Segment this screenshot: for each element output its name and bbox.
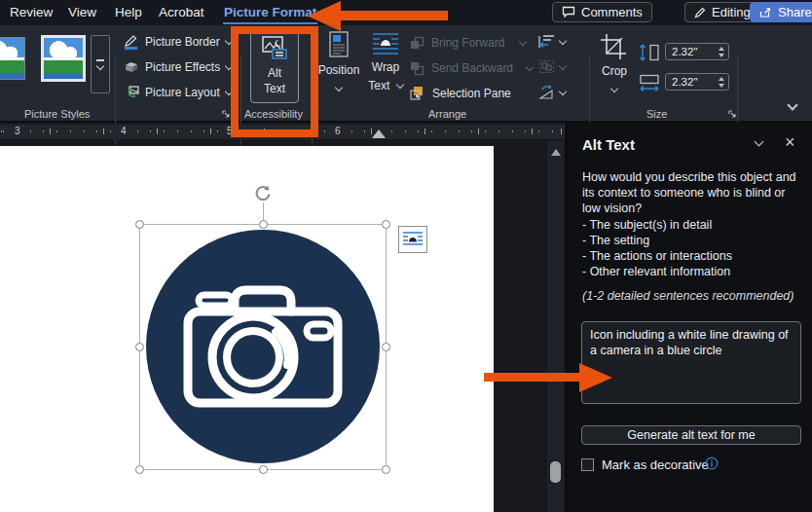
height-decrease-icon[interactable]	[719, 54, 724, 57]
comment-icon	[562, 6, 575, 18]
position-icon	[328, 31, 350, 58]
pane-close-icon[interactable]: ×	[785, 132, 795, 153]
send-backward-button[interactable]: Send Backward	[410, 59, 533, 77]
height-increase-icon[interactable]	[719, 47, 724, 51]
annotation-highlight-rectangle	[231, 26, 318, 137]
scrollbar-up-arrow-icon[interactable]	[551, 149, 561, 156]
width-decrease-icon[interactable]	[719, 84, 724, 88]
shape-width-icon	[639, 74, 660, 91]
picture-border-button[interactable]: Picture Border	[124, 33, 232, 51]
rotate-objects-icon	[538, 85, 555, 99]
picture-styles-group-label: Picture Styles	[24, 108, 90, 120]
size-group-label: Size	[646, 108, 667, 120]
pane-bullet-4: - Other relevant information	[582, 264, 804, 279]
rotate-chevron-icon	[559, 87, 567, 94]
picture-layout-label: Picture Layout	[145, 86, 220, 99]
width-increase-icon[interactable]	[719, 77, 724, 81]
selection-pane-button[interactable]: Selection Pane	[410, 85, 511, 102]
ribbon-collapse-chevron-icon[interactable]	[787, 99, 797, 110]
crop-chevron-icon	[610, 85, 618, 92]
bring-forward-icon	[410, 36, 424, 51]
rotate-handle-icon[interactable]	[253, 183, 273, 202]
group-button[interactable]	[538, 59, 566, 74]
ruler-mark-6: 6	[333, 126, 343, 136]
bring-forward-chevron-icon	[519, 38, 527, 46]
position-chevron-icon	[335, 84, 343, 91]
generate-alt-text-button[interactable]: Generate alt text for me	[581, 425, 801, 445]
decorative-info-icon[interactable]	[705, 457, 719, 470]
pane-collapse-chevron-icon[interactable]	[755, 137, 764, 147]
tab-acrobat[interactable]: Acrobat	[159, 5, 204, 19]
resize-handle-top-right[interactable]	[382, 220, 390, 229]
position-button[interactable]: Position	[317, 31, 360, 103]
resize-handle-top-center[interactable]	[259, 220, 268, 229]
resize-handle-bottom-left[interactable]	[135, 465, 144, 474]
height-spinner[interactable]: 2.32"	[665, 43, 729, 60]
picture-border-icon	[124, 34, 139, 50]
wrap-text-label-line1: Wrap	[364, 60, 407, 74]
picture-style-thumbnail-1[interactable]	[0, 37, 25, 80]
annotation-arrow-to-alt-text-box	[484, 360, 616, 395]
more-chevron-icon	[96, 62, 104, 70]
crop-icon	[600, 33, 629, 60]
bring-forward-button[interactable]: Bring Forward	[410, 34, 526, 52]
crop-button[interactable]: Crop	[594, 33, 635, 103]
document-scrollbar[interactable]	[547, 141, 564, 512]
picture-style-thumbnail-2[interactable]	[41, 35, 86, 82]
camera-image[interactable]	[144, 228, 382, 465]
wrap-text-chevron-icon	[395, 81, 403, 89]
selection-pane-label: Selection Pane	[432, 87, 511, 100]
group-objects-icon	[538, 59, 555, 74]
send-backward-icon	[410, 61, 424, 76]
pane-recommendation: (1-2 detailed sentences recommended)	[582, 288, 808, 304]
scrollbar-thumb[interactable]	[550, 461, 561, 483]
resize-handle-middle-left[interactable]	[135, 343, 144, 351]
mark-decorative-label: Mark as decorative	[602, 457, 709, 472]
resize-handle-bottom-center[interactable]	[259, 465, 268, 474]
share-label: Share	[778, 5, 812, 19]
pane-bullet-2: - The setting	[582, 233, 804, 248]
send-backward-chevron-icon	[526, 63, 534, 71]
picture-effects-icon	[124, 59, 139, 75]
tab-view[interactable]: View	[68, 5, 96, 19]
wrap-text-button[interactable]: Wrap Text	[364, 31, 407, 103]
align-icon	[538, 34, 555, 49]
pane-bullet-3: - The actions or interactions	[582, 248, 804, 264]
share-icon	[759, 7, 772, 18]
pane-title: Alt Text	[582, 136, 635, 153]
picture-layout-icon	[124, 85, 139, 100]
arrange-group-label: Arrange	[428, 108, 466, 120]
resize-handle-bottom-right[interactable]	[382, 465, 390, 474]
picture-layout-button[interactable]: Picture Layout	[124, 84, 232, 101]
picture-effects-label: Picture Effects	[145, 60, 220, 74]
resize-handle-middle-right[interactable]	[382, 343, 390, 351]
align-button[interactable]	[538, 34, 566, 49]
send-backward-label: Send Backward	[431, 61, 513, 75]
mark-decorative-checkbox[interactable]	[581, 458, 594, 471]
comments-label: Comments	[581, 5, 643, 19]
picture-border-label: Picture Border	[145, 35, 220, 49]
indent-marker[interactable]	[372, 129, 386, 138]
picture-styles-more-button[interactable]	[91, 35, 110, 93]
height-value: 2.32"	[672, 46, 697, 57]
layout-options-button[interactable]	[398, 226, 427, 253]
tab-review[interactable]: Review	[10, 5, 53, 19]
crop-label: Crop	[594, 64, 635, 78]
share-button[interactable]: Share	[750, 2, 812, 22]
picture-effects-button[interactable]: Picture Effects	[124, 58, 232, 76]
layout-options-icon	[402, 231, 424, 248]
rotate-button[interactable]	[538, 85, 566, 99]
alt-text-pane: Alt Text × How would you describe this o…	[566, 123, 812, 512]
annotation-arrow-to-picture-format-tab	[302, 0, 450, 35]
more-bar-icon	[96, 59, 104, 61]
position-label: Position	[317, 63, 360, 77]
width-spinner[interactable]: 2.32"	[665, 73, 729, 91]
comments-button[interactable]: Comments	[552, 2, 652, 22]
tab-help[interactable]: Help	[115, 5, 142, 19]
ruler-mark-3: 3	[13, 126, 22, 136]
align-chevron-icon	[559, 36, 567, 44]
resize-handle-top-left[interactable]	[135, 220, 144, 229]
group-chevron-icon	[559, 61, 567, 69]
ribbon: Picture Border Picture Effects Picture L…	[0, 25, 812, 123]
bring-forward-label: Bring Forward	[431, 36, 504, 50]
